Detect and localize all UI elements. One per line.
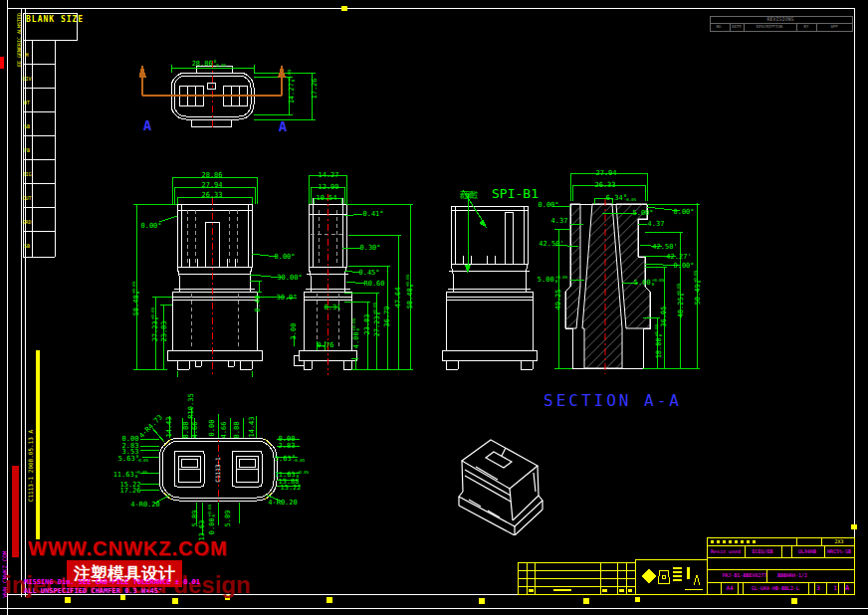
dim-label: DESCRIPTION [757,25,783,29]
dim-label: 0.41° [362,211,383,218]
dim-label: A [845,585,849,592]
dim-label: ECEU/EB [752,549,772,554]
dim-label: 58.49+0.050 [694,271,702,306]
strip-row-label: M [25,53,28,58]
dim-label: 28.860-0.05 [192,60,227,68]
dim-label: 4.66 [192,422,199,439]
dim-label: 49.25 [555,289,562,309]
cad-drawing-canvas[interactable]: BLANK SIZE 表面晒纹SPI-B1 SECTION A-A inject… [0,0,868,615]
dim-label: BBBHRH-1/2 [777,573,807,578]
dim-label: APP [830,25,837,29]
dim-label: 5.00+0.050 [538,276,567,284]
dim-label: R10.35 [188,393,195,418]
dim-label: 5.89 [225,511,232,527]
dim-label: 4.37 [551,218,568,225]
dim-label: 11.63+0.050 [113,471,148,479]
dim-label: 3 [816,585,820,591]
dim-label: 23.83 [161,320,168,341]
dim-label: 0.00° [140,223,161,230]
dim-label: 5.630-0.05 [275,455,305,463]
dim-label: 58.48+0.050 [406,275,414,309]
dim-label: UL94HB [798,549,816,554]
dim-label: 27.94 [201,182,222,189]
dim-label: 0.00° [538,202,558,209]
dim-label: 5.00° [632,210,653,217]
watermark-side-bar [12,466,19,557]
dim-label: 4-R0.20 [268,500,298,507]
chamfer-note: ALL UNSPECIFIED CHAMFER 0.3 W×45° [24,587,162,595]
dim-label: 14.43 [249,416,256,437]
dim-label: PRJ-B1-BBEV8277 [722,573,766,578]
dim-label: 4.66 [221,422,228,439]
strip-row-label: SB [24,244,30,249]
dim-label: A4 [726,585,733,591]
dim-label: GL-UAA-HB-BBL2-L [752,586,799,591]
strip-row-label: GRD [22,220,31,225]
dim-label: 4-R0.20 [130,502,160,509]
dim-label: 36.79 [384,306,391,326]
tolerance-note: MISSING Dim. SEE CAD-FILE TOLERANCE ± 0.… [24,578,200,586]
dim-label: 2X3 [834,539,843,544]
dim-label: 10.54 [316,195,336,202]
dim-label: 28.86 [201,172,222,179]
dim-label: 17.26 [119,488,140,495]
dim-label: 27.94 [595,170,616,177]
section-title: SECTION A-A [543,391,682,410]
isometric-view [436,426,555,535]
strip-row-label: CUT [22,196,31,201]
dim-label: A [143,118,151,132]
dim-label: 14.27+0.050 [288,70,296,104]
dim-label: 48.25+0.050 [677,284,685,318]
dim-label: 42.50' [652,244,677,251]
dim-label: 18.00+0.050 [655,324,663,359]
strip-row-label: SB [24,124,30,129]
texture-view [441,182,538,373]
dim-label: 0.00° [673,263,694,270]
dim-label: 17.26 [312,78,319,99]
dim-label: R0.60 [363,281,384,288]
dim-label: 0.30° [359,245,380,252]
blank-size-label: BLANK SIZE [26,15,84,24]
dim-label: DATE [732,25,742,29]
dim-label: 2.83 [279,443,296,450]
dim-label: 47.64 [395,287,402,308]
texture-note-cn: 表面晒纹 [460,189,478,202]
strip-row-label: FB [24,148,30,153]
dim-label: EE GENERIC ALMSTED [17,13,22,67]
dim-label: NO. [716,25,723,29]
dim-label: Resin used [711,549,741,554]
dim-label: 0.00° [673,209,694,216]
strip-row-label: DIV [22,77,31,82]
strip-row-label: HT [24,101,30,105]
dim-label: 23.83 [364,313,371,334]
strip-row-label: JIG [22,172,31,177]
dim-label: 0.31 [325,305,341,311]
dim-label: 30.0° [276,295,297,302]
surface-texture-note: 表面晒纹SPI-B1 [460,183,539,202]
dim-label: 1 [833,585,837,591]
dim-label: 0.40 [255,296,262,312]
section-view [550,157,715,386]
dim-label: 8.88 [183,422,190,439]
dim-label: 14.43 [166,416,173,437]
dim-label: C1113-1 [215,457,221,482]
dim-label: 0.76 [318,342,334,349]
dim-label: 5.630-0.05 [118,455,148,463]
dim-label: 58.48+0.050 [132,282,140,316]
dim-label: C1113-1 2008.05.13 A [28,430,34,502]
dim-label: 26.33 [594,182,615,189]
dim-label: 30.00° [277,275,302,282]
dim-label: HRC5%-SB [827,549,851,554]
dim-label: 4.00+0.050 [352,318,360,348]
dim-label: 15.22 [280,485,301,492]
dim-label: 0.00 [209,420,216,437]
dim-label: 0.00+0.050 [208,505,216,534]
dim-label: 3.00 [291,323,298,340]
dim-label: 27.23+0.050 [373,303,381,337]
dim-label: 42.27' [666,254,691,261]
dim-label: 6.340-0.05 [606,194,636,202]
dim-label: 27.23+0.050 [151,308,159,342]
dim-label: 0.45° [358,270,379,277]
dim-label: 8.88 [234,422,241,439]
dim-label: REVISIONS [766,17,793,22]
